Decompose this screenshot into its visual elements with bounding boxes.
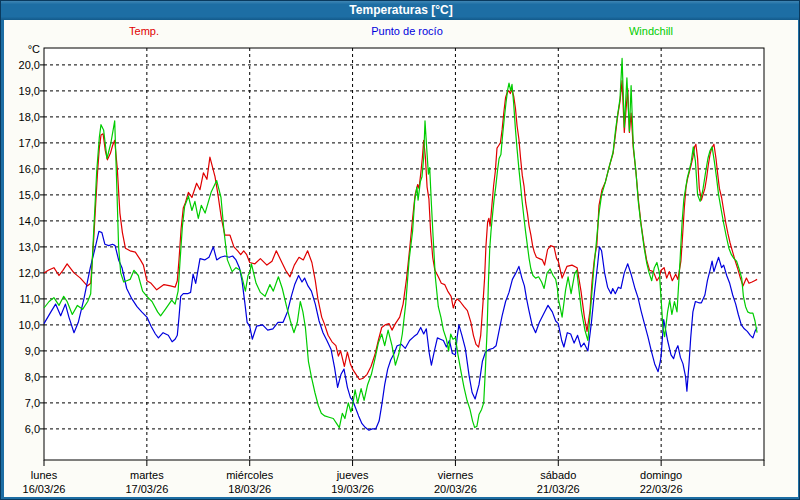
chart-panel: Temp. Punto de rocío Windchill 20,019,01… — [1, 20, 800, 500]
titlebar: Temperaturas [°C] — [1, 1, 800, 21]
x-day-name: lunes — [31, 469, 58, 481]
y-tick-label: 11,0 — [19, 293, 40, 305]
y-tick-label: 19,0 — [19, 85, 40, 97]
y-axis-unit-label: °C — [28, 43, 40, 55]
x-day-name: domingo — [640, 469, 682, 481]
y-tick-label: 7,0 — [25, 397, 40, 409]
y-tick-label: 13,0 — [19, 241, 40, 253]
x-day-date: 21/03/26 — [537, 483, 580, 495]
y-tick-label: 15,0 — [19, 189, 40, 201]
y-tick-label: 9,0 — [25, 345, 40, 357]
app-window: Temperaturas [°C] Temp. Punto de rocío W… — [0, 0, 800, 500]
window-title: Temperaturas [°C] — [349, 3, 452, 17]
x-day-name: miércoles — [226, 469, 274, 481]
y-tick-label: 17,0 — [19, 137, 40, 149]
y-tick-label: 8,0 — [25, 371, 40, 383]
plot-border — [44, 48, 764, 460]
x-day-date: 22/03/26 — [640, 483, 683, 495]
x-day-date: 16/03/26 — [23, 483, 66, 495]
y-tick-label: 6,0 — [25, 423, 40, 435]
x-day-name: martes — [130, 469, 164, 481]
x-day-name: sábado — [540, 469, 576, 481]
x-day-date: 20/03/26 — [434, 483, 477, 495]
x-day-date: 19/03/26 — [331, 483, 374, 495]
x-day-date: 17/03/26 — [125, 483, 168, 495]
x-day-date: 18/03/26 — [228, 483, 271, 495]
x-day-name: viernes — [438, 469, 474, 481]
y-tick-label: 18,0 — [19, 111, 40, 123]
plot-area: 20,019,018,017,016,015,014,013,012,011,0… — [4, 20, 798, 497]
y-tick-label: 20,0 — [19, 59, 40, 71]
y-tick-label: 16,0 — [19, 163, 40, 175]
x-day-name: jueves — [336, 469, 369, 481]
y-tick-label: 14,0 — [19, 215, 40, 227]
y-tick-label: 10,0 — [19, 319, 40, 331]
y-tick-label: 12,0 — [19, 267, 40, 279]
